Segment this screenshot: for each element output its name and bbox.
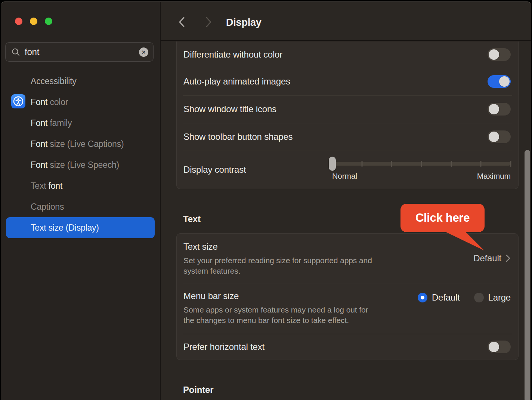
sidebar-item-label-match: Font <box>31 97 47 107</box>
click-here-callout: Click here <box>400 204 485 232</box>
prefer-horizontal-text-toggle[interactable] <box>488 341 511 353</box>
setting-label: Show window title icons <box>183 104 276 114</box>
clear-search-button[interactable]: ✕ <box>139 47 148 57</box>
auto-play-animated-images-toggle[interactable] <box>488 75 511 88</box>
sidebar-item-accessibility[interactable]: Accessibility <box>6 71 155 92</box>
search-field[interactable]: font ✕ <box>5 42 154 62</box>
setting-row-show-toolbar-button-shapes: Show toolbar button shapes <box>177 123 518 151</box>
minimize-button[interactable] <box>30 18 37 25</box>
radio-label: Large <box>488 292 511 303</box>
setting-label: Display contrast <box>183 164 246 175</box>
display-contrast-slider[interactable]: Normal Maximum <box>332 162 511 181</box>
scrollbar-thumb[interactable] <box>525 150 530 400</box>
slider-labels: Normal Maximum <box>332 172 511 181</box>
radio-label: Default <box>432 292 460 303</box>
menu-bar-size-option-default[interactable]: Default <box>418 292 460 303</box>
setting-label: Text size <box>183 241 372 252</box>
sidebar-item-captions[interactable]: Captions <box>6 196 155 217</box>
sidebar-item-font-family[interactable]: Font family <box>6 113 155 133</box>
sidebar: font ✕ <box>1 2 161 400</box>
toggle-knob <box>499 76 510 87</box>
sidebar-item-text-size-display[interactable]: Text size (Display) <box>6 217 155 238</box>
slider-thumb[interactable] <box>329 157 336 171</box>
section-header-pointer: Pointer <box>183 385 531 395</box>
text-size-value[interactable]: Default <box>473 253 511 264</box>
sidebar-item-font-color[interactable]: Font color <box>6 92 155 113</box>
setting-row-differentiate-without-color: Differentiate without color <box>177 41 518 68</box>
sidebar-item-label-rest: Text <box>31 181 49 191</box>
menu-bar-size-radio-group: Default Large <box>418 291 511 303</box>
radio-selected-icon[interactable] <box>418 293 427 302</box>
sidebar-item-label: Text size (Display) <box>31 223 99 233</box>
back-button[interactable] <box>177 16 186 28</box>
slider-min-label: Normal <box>332 172 357 181</box>
callout-tail-pointer <box>443 231 486 251</box>
fullscreen-button[interactable] <box>45 18 52 25</box>
text-size-current-value: Default <box>473 253 501 264</box>
accessibility-app-icon <box>11 74 25 88</box>
callout-label: Click here <box>415 211 470 225</box>
main-panel: Display Differentiate without color Auto… <box>161 2 531 400</box>
setting-description: Some apps or system features may need a … <box>183 305 368 326</box>
slider-max-label: Maximum <box>477 172 511 181</box>
setting-label: Auto-play animated images <box>183 76 290 87</box>
window-controls <box>15 18 52 25</box>
setting-row-menu-bar-size: Menu bar size Some apps or system featur… <box>177 283 518 334</box>
sidebar-item-label: Captions <box>31 202 64 212</box>
show-toolbar-button-shapes-toggle[interactable] <box>488 130 511 143</box>
slider-track[interactable] <box>332 162 511 166</box>
slider-tick <box>421 161 422 167</box>
slider-tick <box>361 161 362 167</box>
chevron-right-icon <box>505 254 511 262</box>
toggle-knob <box>489 342 499 352</box>
show-window-title-icons-toggle[interactable] <box>488 103 511 116</box>
differentiate-without-color-toggle[interactable] <box>488 48 511 61</box>
slider-tick <box>451 161 452 167</box>
slider-tick <box>480 161 482 167</box>
toggle-knob <box>489 132 499 142</box>
toggle-knob <box>489 49 499 60</box>
slider-tick <box>391 161 392 167</box>
page-title: Display <box>226 17 262 28</box>
search-input[interactable]: font <box>25 47 39 57</box>
search-results-list: Accessibility Font color Font family Fon… <box>1 71 160 238</box>
slider-tick <box>510 161 511 167</box>
setting-label: Differentiate without color <box>183 49 282 60</box>
sidebar-item-label-match: Font <box>31 139 47 149</box>
setting-label: Prefer horizontal text <box>183 342 265 352</box>
setting-row-display-contrast: Display contrast <box>177 151 518 189</box>
sidebar-item-label-rest: color <box>47 97 68 107</box>
sidebar-item-label-match: Font <box>31 118 47 128</box>
text-settings-group: Text size Set your preferred reading siz… <box>176 233 519 360</box>
screen: font ✕ <box>0 0 532 400</box>
radio-unselected-icon[interactable] <box>474 293 484 302</box>
setting-row-prefer-horizontal-text: Prefer horizontal text <box>177 334 518 360</box>
setting-row-auto-play-animated-images: Auto-play animated images <box>177 68 518 95</box>
sidebar-item-label-match: Font <box>31 160 47 170</box>
sidebar-item-label-match: font <box>49 181 63 191</box>
menu-bar-size-option-large[interactable]: Large <box>474 292 511 303</box>
sidebar-item-label-rest: size (Live Speech) <box>47 160 119 170</box>
setting-row-show-window-title-icons: Show window title icons <box>177 95 518 123</box>
close-button[interactable] <box>15 18 22 25</box>
menu-bar-size-labels: Menu bar size Some apps or system featur… <box>183 291 368 326</box>
toggle-knob <box>489 104 499 114</box>
setting-label: Menu bar size <box>183 291 368 301</box>
forward-button[interactable] <box>204 16 213 28</box>
search-icon <box>12 48 20 56</box>
text-size-labels: Text size Set your preferred reading siz… <box>183 241 372 276</box>
sidebar-item-text-font[interactable]: Text font <box>6 175 155 196</box>
sidebar-item-font-size-live-speech[interactable]: Font size (Live Speech) <box>6 154 155 175</box>
sidebar-item-label-rest: size (Live Captions) <box>47 139 124 149</box>
sidebar-item-label-rest: family <box>47 118 72 128</box>
system-settings-window: font ✕ <box>1 1 531 400</box>
setting-label: Show toolbar button shapes <box>183 132 293 142</box>
titlebar: Display <box>161 2 531 41</box>
sidebar-item-font-size-live-captions[interactable]: Font size (Live Captions) <box>6 133 155 154</box>
setting-description: Set your preferred reading size for supp… <box>183 255 372 276</box>
display-options-group: Differentiate without color Auto-play an… <box>176 41 519 189</box>
